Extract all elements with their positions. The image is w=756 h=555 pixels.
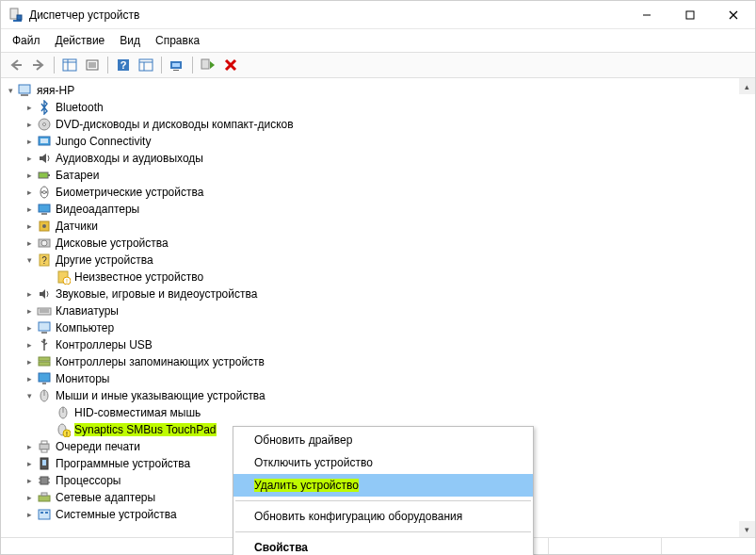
tree-node-n11[interactable]: ▸Клавиатуры <box>1 302 755 319</box>
tree-node-n4[interactable]: ▸Батареи <box>1 167 755 184</box>
svg-rect-51 <box>41 332 47 334</box>
help-button[interactable]: ? <box>113 55 134 75</box>
tree-node-n15[interactable]: ▸Мониторы <box>1 370 755 387</box>
tree-node-n8[interactable]: ▸Дисковые устройства <box>1 235 755 252</box>
node-label: Процессоры <box>56 474 121 487</box>
tree-node-n3[interactable]: ▸Аудиовходы и аудиовыходы <box>1 150 755 167</box>
ctx-separator <box>235 500 531 501</box>
scroll-up-button[interactable]: ▴ <box>739 78 755 94</box>
expand-icon[interactable]: ▸ <box>24 187 35 198</box>
tree-node-n7[interactable]: ▸Датчики <box>1 218 755 235</box>
scan-hardware-button[interactable] <box>167 55 187 75</box>
storage-icon <box>37 354 52 369</box>
action-list-button[interactable] <box>136 55 156 75</box>
svg-rect-24 <box>201 59 209 69</box>
net-icon <box>37 490 52 505</box>
node-label: Дисковые устройства <box>56 237 169 250</box>
tree-node-n0[interactable]: ▸Bluetooth <box>1 99 755 116</box>
tree-node-n5[interactable]: ▸Биометрические устройства <box>1 184 755 201</box>
expand-icon[interactable]: ▸ <box>24 220 35 232</box>
expand-icon[interactable]: ▸ <box>24 237 35 249</box>
uninstall-device-button[interactable] <box>220 55 241 75</box>
show-hide-console-tree-button[interactable] <box>59 55 80 75</box>
node-label: Сетевые адаптеры <box>56 491 155 504</box>
sound-icon <box>37 286 52 302</box>
node-label: Bluetooth <box>56 101 104 114</box>
properties-button[interactable] <box>82 55 103 75</box>
mouse-icon <box>37 388 52 403</box>
tree-node-n1[interactable]: ▸DVD-дисководы и дисководы компакт-диско… <box>1 116 755 133</box>
tree-node-n6[interactable]: ▸Видеоадаптеры <box>1 201 755 218</box>
node-label: Батареи <box>56 169 99 182</box>
svg-rect-76 <box>39 510 50 519</box>
tree-node-n2[interactable]: ▸Jungo Connectivity <box>1 133 755 150</box>
tree-node-n14[interactable]: ▸Контроллеры запоминающих устройств <box>1 353 755 370</box>
tree-node-n16[interactable]: ▾Мыши и иные указывающие устройства <box>1 387 755 404</box>
menu-view[interactable]: Вид <box>112 30 148 51</box>
expander-icon[interactable]: ▾ <box>5 85 16 96</box>
ctx-properties[interactable]: Свойства <box>233 536 533 555</box>
menu-action[interactable]: Действие <box>48 30 113 51</box>
ctx-update-driver[interactable]: Обновить драйвер <box>233 429 533 451</box>
expand-icon[interactable]: ▸ <box>24 119 35 130</box>
audio-icon <box>37 151 52 166</box>
expand-icon[interactable]: ▸ <box>24 492 35 503</box>
expand-icon[interactable]: ▸ <box>24 170 35 181</box>
back-button[interactable] <box>6 55 26 75</box>
svg-rect-68 <box>42 460 46 465</box>
expand-icon[interactable]: ▸ <box>24 305 35 317</box>
expand-icon[interactable]: ▸ <box>24 356 35 367</box>
svg-rect-74 <box>39 496 50 501</box>
ctx-remove-device[interactable]: Удалить устройство <box>233 474 533 497</box>
tree-node-n9a[interactable]: !Неизвестное устройство <box>1 269 755 286</box>
maximize-button[interactable] <box>668 1 712 29</box>
menu-file[interactable]: Файл <box>5 30 48 51</box>
mouseWarn-icon: ! <box>56 422 71 437</box>
expand-icon[interactable]: ▸ <box>24 136 35 147</box>
tree-root[interactable]: ▾ яяя-HP <box>1 82 755 99</box>
svg-text:?: ? <box>121 59 127 71</box>
expand-icon[interactable]: ▸ <box>24 441 35 452</box>
expand-icon[interactable]: ▸ <box>24 509 35 520</box>
expand-icon[interactable]: ▸ <box>24 204 35 215</box>
expand-icon[interactable]: ▸ <box>24 322 35 334</box>
ctx-disable-device[interactable]: Отключить устройство <box>233 451 533 474</box>
svg-rect-33 <box>39 172 48 178</box>
tree-node-n10[interactable]: ▸Звуковые, игровые и видеоустройства <box>1 286 755 302</box>
menu-help[interactable]: Справка <box>148 30 207 51</box>
collapse-icon[interactable]: ▾ <box>24 390 35 401</box>
update-driver-button[interactable] <box>198 55 218 75</box>
svg-rect-34 <box>48 174 50 176</box>
tree-node-n13[interactable]: ▸Контроллеры USB <box>1 336 755 353</box>
tree-node-n12[interactable]: ▸Компьютер <box>1 319 755 336</box>
svg-rect-37 <box>41 213 47 215</box>
other-icon: ? <box>37 253 52 268</box>
node-label: DVD-дисководы и дисководы компакт-дисков <box>56 118 294 131</box>
svg-text:!: ! <box>66 431 68 437</box>
toolbar-separator <box>192 57 193 73</box>
toolbar-separator <box>161 57 162 73</box>
svg-rect-53 <box>39 357 50 361</box>
expand-icon[interactable]: ▸ <box>24 373 35 384</box>
expand-icon[interactable]: ▸ <box>24 339 35 351</box>
node-label: яяя-HP <box>37 84 74 97</box>
ctx-separator <box>235 531 531 532</box>
scroll-down-button[interactable]: ▾ <box>739 521 755 537</box>
expand-icon[interactable]: ▸ <box>24 475 35 486</box>
svg-rect-2 <box>17 15 22 20</box>
expand-icon[interactable]: ▸ <box>24 458 35 469</box>
minimize-button[interactable] <box>625 1 668 29</box>
expand-icon[interactable]: ▸ <box>24 153 35 164</box>
expand-icon[interactable]: ▸ <box>24 288 35 300</box>
tree-node-n16a[interactable]: HID-совместимая мышь <box>1 404 755 421</box>
svg-point-30 <box>43 123 46 126</box>
close-button[interactable] <box>712 1 755 29</box>
svg-rect-56 <box>42 383 46 384</box>
forward-button[interactable] <box>28 55 49 75</box>
bio-icon <box>37 185 52 200</box>
monitor-icon <box>37 371 52 386</box>
ctx-refresh-hardware[interactable]: Обновить конфигурацию оборудования <box>233 505 533 528</box>
collapse-icon[interactable]: ▾ <box>24 254 35 266</box>
tree-node-n9[interactable]: ▾?Другие устройства <box>1 252 755 269</box>
expand-icon[interactable]: ▸ <box>24 102 35 113</box>
